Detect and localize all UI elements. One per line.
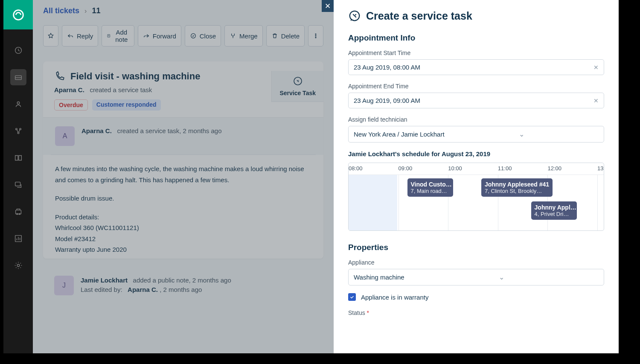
status-label: Status * bbox=[348, 309, 604, 316]
avatar: A bbox=[55, 126, 75, 146]
chevron-down-icon: ⌄ bbox=[519, 130, 524, 138]
activity-entry: Aparna C. created a service task, 2 mont… bbox=[81, 126, 222, 136]
nav-chat[interactable] bbox=[10, 177, 26, 193]
breadcrumb-all-tickets[interactable]: All tickets bbox=[43, 6, 79, 15]
star-button[interactable] bbox=[43, 25, 58, 47]
schedule-time-label: 08:00 bbox=[349, 165, 363, 172]
breadcrumb: All tickets › 11 bbox=[33, 0, 334, 22]
more-button[interactable] bbox=[308, 25, 323, 47]
schedule-block-address: 4, Privet Dri… bbox=[535, 211, 574, 217]
avatar: J bbox=[54, 276, 74, 295]
ticket-title: Field visit - washing machine bbox=[70, 71, 200, 82]
breadcrumb-ticket-id: 11 bbox=[92, 6, 100, 15]
toolbar: Reply Add note Forward Close Merge Delet… bbox=[33, 22, 334, 53]
schedule-block-title: Johnny Appl… bbox=[535, 204, 574, 211]
schedule-block[interactable]: Johnny Appleseed #417, Clinton St, Brook… bbox=[481, 178, 553, 197]
close-button[interactable]: Close bbox=[185, 25, 221, 47]
nav-knowledge[interactable] bbox=[10, 150, 26, 166]
end-time-label: Appointment End Time bbox=[348, 83, 604, 90]
schedule-block-address: 7, Main road… bbox=[411, 188, 450, 194]
svg-point-0 bbox=[13, 10, 23, 20]
nav-field-service[interactable] bbox=[10, 204, 26, 220]
schedule-time-label: 10:00 bbox=[448, 165, 462, 172]
add-note-button[interactable]: Add note bbox=[102, 25, 134, 47]
chevron-down-icon: ⌄ bbox=[499, 273, 504, 281]
schedule-time-label: 13 bbox=[597, 165, 603, 172]
svg-rect-13 bbox=[108, 35, 110, 37]
message-body: A few minutes into the washing cycle, th… bbox=[43, 155, 323, 259]
forward-button[interactable]: Forward bbox=[138, 25, 181, 47]
wrench-icon bbox=[348, 9, 361, 22]
schedule-block-title: Johnny Appleseed #41 bbox=[485, 181, 549, 188]
warranty-checkbox[interactable] bbox=[348, 293, 356, 301]
svg-rect-7 bbox=[15, 182, 20, 186]
schedule-time-label: 11:00 bbox=[498, 165, 512, 172]
tag-customer-responded: Customer responded bbox=[92, 99, 161, 111]
nav-settings[interactable] bbox=[10, 257, 26, 274]
schedule-timeline[interactable]: 08:0009:0010:0011:0012:0013 Vinod Custo…… bbox=[348, 163, 604, 231]
svg-point-15 bbox=[315, 34, 316, 35]
close-panel-button[interactable]: ✕ bbox=[322, 0, 334, 12]
start-time-input[interactable]: 23 Aug 2019, 08:00 AM ✕ bbox=[348, 59, 604, 75]
nav-contacts[interactable] bbox=[10, 96, 26, 112]
start-time-label: Appointment Start Time bbox=[348, 50, 604, 56]
delete-button[interactable]: Delete bbox=[266, 25, 305, 47]
panel-title: Create a service task bbox=[366, 10, 472, 22]
clear-icon[interactable]: ✕ bbox=[593, 64, 599, 71]
clear-icon[interactable]: ✕ bbox=[593, 97, 599, 104]
schedule-time-label: 12:00 bbox=[547, 165, 561, 172]
reply-button[interactable]: Reply bbox=[62, 25, 98, 47]
technician-select[interactable]: New York Area / Jamie Lockhart ⌄ bbox=[348, 126, 604, 143]
app-logo[interactable] bbox=[3, 0, 33, 29]
tag-overdue: Overdue bbox=[54, 99, 88, 111]
technician-label: Assign field technician bbox=[348, 116, 604, 123]
svg-point-6 bbox=[17, 132, 19, 134]
svg-point-3 bbox=[17, 102, 20, 105]
schedule-label: Jamie Lockhart's schedule for August 23,… bbox=[348, 150, 604, 157]
appliance-label: Appliance bbox=[348, 259, 604, 266]
schedule-block-title: Vinod Custo… bbox=[411, 181, 450, 188]
service-task-button[interactable]: Service Task bbox=[271, 71, 323, 102]
svg-point-16 bbox=[315, 35, 316, 36]
section-properties: Properties bbox=[348, 243, 604, 252]
appliance-select[interactable]: Washing machine ⌄ bbox=[348, 269, 604, 285]
nav-reports[interactable] bbox=[10, 230, 26, 247]
close-icon: ✕ bbox=[325, 2, 331, 11]
merge-button[interactable]: Merge bbox=[224, 25, 263, 47]
activity-entry: Jamie Lockhart added a public note, 2 mo… bbox=[81, 276, 231, 295]
svg-point-17 bbox=[315, 37, 316, 38]
end-time-input[interactable]: 23 Aug 2019, 09:00 AM ✕ bbox=[348, 93, 604, 108]
schedule-block-address: 7, Clinton St, Brookly… bbox=[485, 188, 549, 194]
nav-tickets[interactable] bbox=[10, 69, 26, 85]
schedule-time-label: 09:00 bbox=[399, 165, 413, 172]
nav-automations[interactable] bbox=[10, 123, 26, 139]
svg-rect-8 bbox=[15, 210, 21, 214]
section-appointment-info: Appointment Info bbox=[348, 33, 604, 43]
warranty-label: Appliance is in warranty bbox=[361, 294, 428, 301]
create-service-task-panel: Create a service task Appointment Info A… bbox=[334, 0, 619, 353]
schedule-block[interactable]: Johnny Appl…4, Privet Dri… bbox=[531, 201, 577, 220]
phone-icon bbox=[54, 71, 65, 82]
chevron-right-icon: › bbox=[84, 7, 87, 15]
svg-point-12 bbox=[17, 264, 20, 267]
nav-dashboard[interactable] bbox=[10, 42, 26, 58]
schedule-block[interactable]: Vinod Custo…7, Main road… bbox=[407, 178, 454, 197]
wrench-icon bbox=[293, 76, 303, 86]
